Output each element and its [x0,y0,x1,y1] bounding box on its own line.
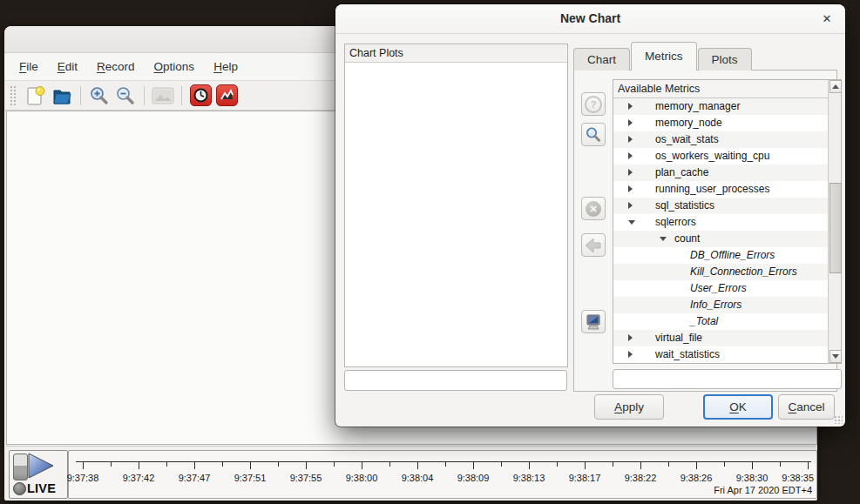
chart-plots-list[interactable]: Chart Plots [344,44,568,367]
tree-row-sqlerrors[interactable]: sqlerrors [613,214,828,231]
chevron-right-icon[interactable] [628,185,633,192]
chevron-down-icon[interactable] [660,237,667,241]
tick-label: 9:37:47 [179,473,211,483]
back-arrow-icon [585,238,602,253]
tree-label: sql_statistics [655,198,714,214]
tree-row-os_workers_waiting_cpu[interactable]: os_workers_waiting_cpu [613,148,828,165]
minor-tick [613,461,613,467]
tree-row-running_user_processes[interactable]: running_user_processes [613,181,828,198]
chevron-right-icon[interactable] [628,169,633,176]
major-tick [473,461,474,469]
metrics-scrollbar[interactable] [828,80,841,363]
tab-chart[interactable]: Chart [573,48,630,71]
open-folder-icon [51,85,72,106]
tab-plots[interactable]: Plots [698,48,752,71]
remove-button[interactable]: ✕ [581,197,606,220]
metrics-tree: memory_managermemory_nodeos_wait_statsos… [613,98,828,363]
toolbar-drag-handle[interactable] [10,85,17,106]
new-chart-icon[interactable] [215,84,238,107]
tree-row-memory_manager[interactable]: memory_manager [613,98,828,115]
zoom-out-icon[interactable] [114,84,137,107]
dialog-title: New Chart [335,4,845,33]
help-button[interactable]: ? [581,92,606,116]
chevron-right-icon[interactable] [628,103,633,110]
tree-row-memory_node[interactable]: memory_node [613,115,828,131]
back-button[interactable] [581,233,606,257]
menu-edit[interactable]: Edit [48,57,87,77]
ok-button[interactable]: OK [703,394,773,420]
major-tick [640,461,641,469]
tree-label: os_wait_stats [655,131,719,148]
scroll-down-icon[interactable] [830,350,842,363]
zoom-in-icon[interactable] [88,84,111,107]
play-icon [28,453,56,480]
chart-plot-name-input[interactable] [344,370,567,391]
open-folder-icon[interactable] [51,84,73,107]
toolbar-separator [80,86,81,105]
dialog-titlebar[interactable]: New Chart ✕ [335,4,845,34]
chevron-right-icon[interactable] [628,334,633,341]
major-tick [194,461,195,469]
scrollbar-thumb[interactable] [830,183,842,273]
toolbar-separator [144,86,145,105]
menu-help[interactable]: Help [204,57,247,77]
tree-row-User_Errors[interactable]: User_Errors [613,280,828,297]
tree-row-Kill_Connection_Errors[interactable]: Kill_Connection_Errors [613,264,828,280]
tab-bar: ChartMetricsPlots [573,42,753,71]
resize-grip[interactable] [834,415,843,424]
tree-row-count[interactable]: count [613,231,828,247]
computer-button[interactable] [581,310,606,333]
tree-label: os_workers_waiting_cpu [655,148,769,165]
scroll-up-icon[interactable] [830,80,842,93]
minor-tick [222,461,223,467]
minor-tick [389,461,390,467]
tree-row-virtual_file[interactable]: virtual_file [613,330,828,346]
major-tick [362,461,362,469]
chevron-right-icon[interactable] [628,351,633,358]
chevron-down-icon[interactable] [628,220,635,225]
tree-label: Kill_Connection_Errors [690,264,797,280]
chevron-right-icon[interactable] [628,152,633,159]
menu-file[interactable]: File [10,57,48,77]
tree-label: plan_cache [655,165,708,181]
chevron-right-icon[interactable] [628,136,633,143]
record-clock-icon [190,84,212,106]
timeline-ruler[interactable]: Fri Apr 17 2020 EDT+4 9:37:389:37:429:37… [68,450,817,499]
tree-row-Info_Errors[interactable]: Info_Errors [613,297,828,313]
tree-row-plan_cache[interactable]: plan_cache [613,165,828,181]
computer-icon [585,313,602,331]
tree-label: memory_manager [655,98,740,115]
tick-label: 9:37:38 [67,473,99,483]
desktop: { "app": { "menu": ["File", "Edit", "Rec… [0,0,860,504]
image-export-icon [152,86,174,105]
metrics-filter-input[interactable] [613,369,842,389]
record-clock-icon[interactable] [189,84,212,107]
tree-row-DB_Offline_Errors[interactable]: DB_Offline_Errors [613,247,828,264]
image-export-icon[interactable] [152,84,174,107]
major-tick [696,461,697,469]
search-button[interactable] [581,123,606,146]
menu-record[interactable]: Record [87,57,145,77]
minor-tick [724,461,725,467]
chevron-right-icon[interactable] [628,119,633,126]
menu-options[interactable]: Options [145,57,205,77]
tree-row-sql_statistics[interactable]: sql_statistics [613,198,828,214]
tree-row-os_wait_stats[interactable]: os_wait_stats [613,131,828,148]
tab-metrics[interactable]: Metrics [631,42,697,71]
chevron-right-icon[interactable] [628,202,633,209]
new-file-icon[interactable] [24,84,47,107]
minor-tick [501,461,502,467]
live-play-control[interactable]: LIVE [9,450,68,499]
available-metrics-box: Available Metrics memory_managermemory_n… [613,79,842,364]
major-tick [306,461,307,469]
apply-button[interactable]: Apply [594,394,664,420]
close-icon[interactable]: ✕ [817,4,836,33]
tree-row-wait_statistics[interactable]: wait_statistics [613,346,828,363]
tick-label: 9:38:30 [736,473,769,483]
minor-tick [278,461,279,467]
tree-row-_Total[interactable]: _Total [613,313,828,330]
new-file-icon [25,85,46,106]
tick-label: 9:37:42 [123,473,155,483]
cancel-button[interactable]: Cancel [778,394,835,420]
tree-label: count [674,231,700,247]
